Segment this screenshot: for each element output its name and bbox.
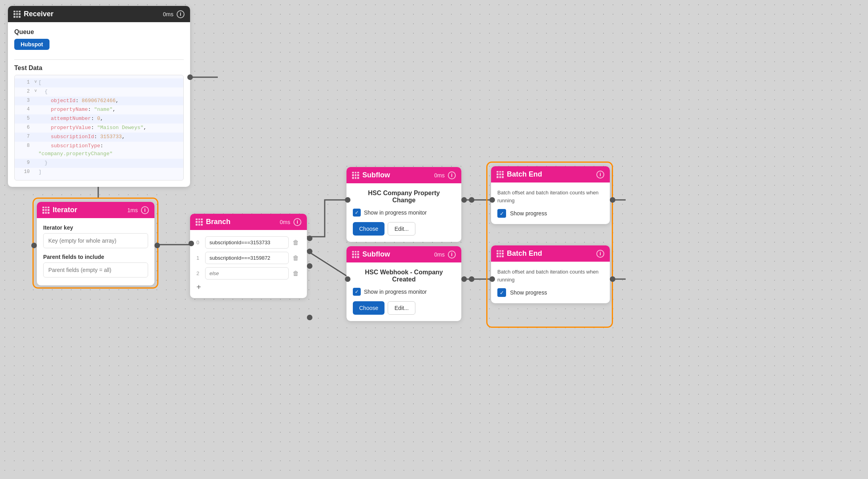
batch-end-2-progress-checkbox[interactable]: ✓	[497, 288, 506, 297]
subflow-2-checkbox[interactable]: ✓	[353, 288, 361, 296]
subflow-1-edit-button[interactable]: Edit...	[388, 222, 415, 236]
batch-end-1-progress-row: ✓ Show progress	[497, 209, 603, 218]
branch-node: Branch 0ms i 0 🗑 1 🗑 2 🗑 +	[190, 214, 307, 298]
iterator-key-label: Iterator key	[43, 224, 148, 231]
batch-end-1-node: Batch End i Batch offset and batch itera…	[491, 166, 610, 224]
parent-fields-input[interactable]	[43, 262, 148, 278]
branch-input-dot	[188, 241, 194, 246]
subflow-2-output-dot	[461, 276, 467, 282]
batch-end-1-title: Batch End	[507, 170, 593, 179]
receiver-body: Queue Hubspot Test Data 1v[ 2v { 3 objec…	[8, 22, 190, 187]
subflow-1-timing: 0ms	[434, 172, 445, 179]
batch-end-1-body: Batch offset and batch iteration counts …	[491, 182, 610, 224]
batch-end-1-desc: Batch offset and batch iteration counts …	[497, 189, 603, 204]
batch-end-2-body: Batch offset and batch iteration counts …	[491, 262, 610, 303]
subflow-1-checkbox[interactable]: ✓	[353, 209, 361, 217]
branch-output-dot-2	[307, 263, 312, 269]
branch-delete-2[interactable]: 🗑	[291, 269, 301, 278]
subflow-1-checkbox-label: Show in progress monitor	[364, 209, 427, 216]
subflow-2-title: Subflow	[362, 250, 431, 259]
batch-end-2-progress-row: ✓ Show progress	[497, 288, 603, 297]
subflow-2-input-dot	[345, 276, 350, 282]
subflow-1-button-row: Choose Edit...	[353, 222, 455, 236]
batch-end-2-desc: Batch offset and batch iteration counts …	[497, 268, 603, 283]
branch-index-0: 0	[196, 240, 203, 245]
code-line-10: 10 ]	[15, 168, 183, 177]
branch-item-1: 1 🗑	[196, 252, 301, 264]
subflow-1-choose-button[interactable]: Choose	[353, 222, 385, 236]
subflow-1-grid-icon	[352, 172, 359, 179]
receiver-node: Receiver 0ms i Queue Hubspot Test Data 1…	[8, 6, 190, 187]
branch-header: Branch 0ms i	[190, 214, 307, 230]
iterator-header: Iterator 1ms i	[37, 202, 154, 218]
batch-end-2-grid-icon	[497, 250, 504, 257]
branch-index-2: 2	[196, 270, 203, 276]
branch-info-icon[interactable]: i	[293, 218, 301, 226]
batch-end-2-input-dot	[489, 276, 495, 282]
receiver-grid-icon	[13, 11, 21, 18]
branch-item-2: 2 🗑	[196, 267, 301, 279]
batch-end-1-input-dot	[489, 197, 495, 203]
branch-input-2[interactable]	[205, 267, 289, 279]
receiver-info-icon[interactable]: i	[177, 10, 185, 18]
subflow-1-checkbox-row: ✓ Show in progress monitor	[353, 209, 455, 217]
subflow-2-checkbox-label: Show in progress monitor	[364, 289, 427, 295]
iterator-output-dot	[154, 243, 160, 248]
branch-body: 0 🗑 1 🗑 2 🗑 +	[190, 230, 307, 298]
batch-end-2-progress-label: Show progress	[510, 289, 547, 296]
subflow-1-output-dot	[461, 197, 467, 203]
branch-delete-0[interactable]: 🗑	[291, 238, 301, 247]
receiver-timing: 0ms	[163, 11, 173, 17]
queue-tag[interactable]: Hubspot	[14, 39, 49, 50]
iterator-info-icon[interactable]: i	[141, 206, 149, 214]
batch-end-1-progress-checkbox[interactable]: ✓	[497, 209, 506, 218]
subflow-1-title: Subflow	[362, 171, 431, 179]
branch-add-button[interactable]: +	[196, 283, 301, 292]
iterator-input-dot	[31, 243, 37, 248]
batch-end-1-grid-icon	[497, 171, 504, 178]
subflow-2-choose-button[interactable]: Choose	[353, 301, 385, 315]
parent-fields-label: Parent fields to include	[43, 254, 148, 260]
queue-label: Queue	[14, 29, 184, 36]
code-line-7: 7 subscriptionId: 3153733,	[15, 133, 183, 142]
iterator-node: Iterator 1ms i Iterator key Parent field…	[37, 202, 154, 285]
code-line-3: 3 objectId: 86906762466,	[15, 97, 183, 106]
branch-input-0[interactable]	[205, 236, 289, 249]
subflow-2-checkbox-row: ✓ Show in progress monitor	[353, 288, 455, 296]
subflow-2-timing: 0ms	[434, 251, 445, 258]
batch-end-2-output-dot	[610, 276, 615, 282]
batch-end-2-info-icon[interactable]: i	[596, 250, 604, 258]
code-line-4: 4 propertyName: "name",	[15, 105, 183, 114]
connector-dot-1	[469, 197, 474, 203]
iterator-body: Iterator key Parent fields to include	[37, 218, 154, 285]
batch-end-2-header: Batch End i	[491, 245, 610, 262]
receiver-output-dot	[187, 74, 193, 80]
subflow-2-edit-button[interactable]: Edit...	[388, 301, 415, 315]
batch-end-1-progress-label: Show progress	[510, 210, 547, 217]
branch-output-dot-0	[307, 236, 312, 241]
batch-end-1-info-icon[interactable]: i	[596, 171, 604, 179]
subflow-1-info-icon[interactable]: i	[448, 171, 456, 179]
branch-delete-1[interactable]: 🗑	[291, 254, 301, 262]
batch-end-2-title: Batch End	[507, 249, 593, 258]
branch-timing: 0ms	[280, 219, 290, 225]
connector-dot-2	[469, 276, 474, 282]
code-editor[interactable]: 1v[ 2v { 3 objectId: 86906762466, 4 prop…	[14, 75, 184, 181]
subflow-2-header: Subflow 0ms i	[346, 246, 461, 262]
code-line-9: 9 }	[15, 159, 183, 168]
batch-end-2-node: Batch End i Batch offset and batch itera…	[491, 245, 610, 303]
code-line-5: 5 attemptNumber: 0,	[15, 114, 183, 124]
branch-input-1[interactable]	[205, 252, 289, 264]
subflow-1-header: Subflow 0ms i	[346, 167, 461, 183]
branch-item-0: 0 🗑	[196, 236, 301, 249]
code-line-8: 8 subscriptionType: "company.propertyCha…	[15, 142, 183, 159]
subflow-2-button-row: Choose Edit...	[353, 301, 455, 315]
iterator-key-input[interactable]	[43, 233, 148, 248]
branch-output-dot-1	[307, 249, 312, 254]
branch-grid-icon	[196, 219, 203, 226]
subflow-2-grid-icon	[352, 251, 359, 258]
code-line-2: 2v {	[15, 87, 183, 97]
iterator-grid-icon	[42, 207, 49, 214]
code-line-1: 1v[	[15, 78, 183, 87]
subflow-2-info-icon[interactable]: i	[448, 251, 456, 259]
